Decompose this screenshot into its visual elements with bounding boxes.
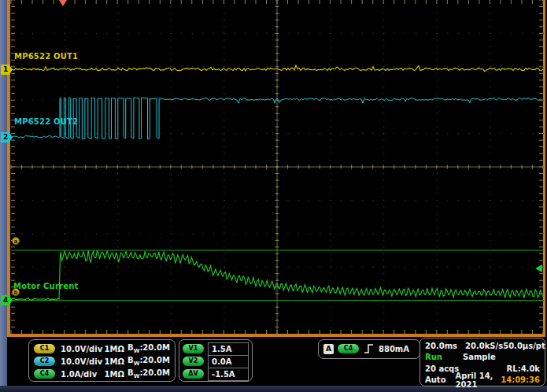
ch4-trace-label: Motor Current [13, 282, 79, 290]
channel-1-scale: 10.0V/div [61, 345, 103, 353]
sample-rate: 20.0kS/s [465, 342, 503, 350]
channel-4-bandwidth: BW:20.0M [128, 368, 170, 379]
trigger-level-value: 880mA [379, 345, 409, 353]
resolution: 50.0μs/pt [503, 342, 545, 350]
ch2-trace-label: MP6522 OUT2 [14, 117, 78, 126]
cursor-b-marker[interactable]: b [12, 288, 20, 296]
channel-2-bandwidth: BW:20.0M [128, 356, 170, 367]
channel-2-readout: C2 10.0V/div 1MΩ BW:20.0M [34, 355, 170, 368]
cursor-readout-panel: V1 1.5A V2 0.0A ΔV -1.5A [179, 339, 253, 382]
cursor-v1-badge[interactable]: V1 [183, 344, 204, 353]
cursor-v1-value: 1.5A [208, 342, 249, 356]
channel-readout-panel: C1 10.0V/div 1MΩ BW:20.0M C2 10.0V/div 1… [28, 339, 176, 382]
channel-1-badge[interactable]: C1 [34, 344, 55, 353]
cursor-dv-badge[interactable]: ΔV [183, 369, 204, 379]
cursor-a-marker[interactable]: a [12, 237, 20, 245]
channel-1-readout: C1 10.0V/div 1MΩ BW:20.0M [34, 342, 170, 355]
ch1-trace-label: MP6522 OUT1 [14, 52, 78, 61]
channel-1-impedance: 1MΩ [105, 345, 124, 353]
trigger-sequence-badge: A [323, 344, 334, 354]
acquisition-mode: Sample [463, 353, 496, 361]
trigger-mode: Auto [425, 375, 446, 384]
cursor-v2-readout: V2 0.0A [183, 355, 249, 368]
date-display: April 14, 2021 [456, 372, 501, 389]
channel-2-impedance: 1MΩ [105, 357, 124, 366]
channel-1-bandwidth: BW:20.0M [128, 343, 170, 354]
time-display: 14:09:36 [501, 375, 540, 384]
acquisition-count: 20 acqs [425, 364, 459, 373]
run-status[interactable]: Run [425, 353, 442, 361]
record-length: RL:4.0k [507, 364, 540, 373]
trigger-source-badge[interactable]: C4 [338, 344, 359, 353]
channel-2-scale: 10.0V/div [61, 357, 103, 366]
channel-4-scale: 1.0A/div [61, 370, 103, 379]
trigger-level-icon[interactable] [535, 264, 542, 272]
cursor-dv-readout: ΔV -1.5A [183, 368, 249, 380]
rising-edge-icon [364, 343, 375, 354]
channel-4-badge[interactable]: C4 [34, 369, 55, 379]
cursor-v2-value: 0.0A [208, 355, 249, 368]
trigger-readout-panel[interactable]: A C4 880mA [318, 339, 420, 359]
cursor-dv-value: -1.5A [208, 368, 249, 381]
channel-4-impedance: 1MΩ [105, 370, 124, 379]
channel-4-readout: C4 1.0A/div 1MΩ BW:20.0M [34, 368, 170, 380]
oscilloscope-screen: MP6522 OUT1 MP6522 OUT2 Motor Current 1 … [0, 0, 547, 392]
timebase-scale: 20.0ms [425, 342, 457, 350]
status-bar: C1 10.0V/div 1MΩ BW:20.0M C2 10.0V/div 1… [7, 337, 547, 386]
trigger-position-icon[interactable] [59, 0, 67, 6]
bezel-left [0, 0, 7, 392]
timebase-acquisition-panel: 20.0ms 20.0kS/s 50.0μs/pt Run Sample 20 … [419, 338, 545, 386]
cursor-v1-readout: V1 1.5A [183, 342, 249, 355]
waveform-graticule [7, 0, 545, 337]
channel-2-badge[interactable]: C2 [34, 357, 55, 366]
cursor-v2-badge[interactable]: V2 [183, 357, 204, 366]
